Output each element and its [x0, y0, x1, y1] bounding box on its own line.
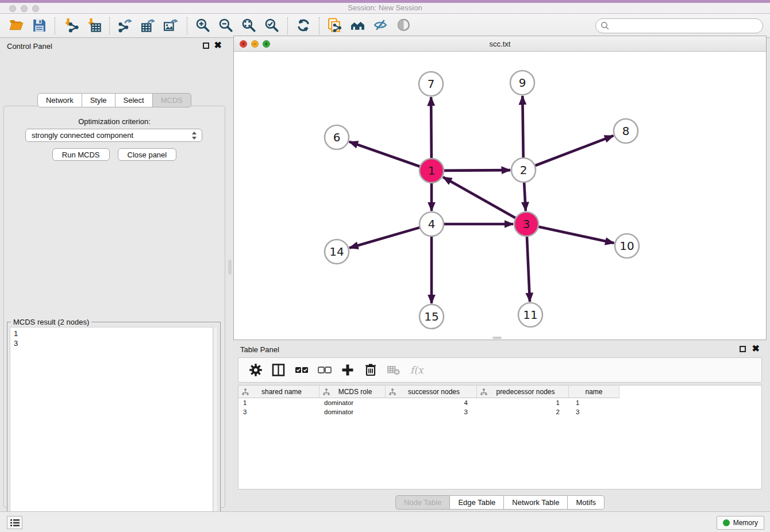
column-label: MCDS role: [333, 388, 372, 396]
node-label-1: 1: [428, 164, 436, 178]
search-icon: [600, 21, 610, 30]
cell[interactable]: 4: [386, 398, 477, 407]
mcds-result-title: MCDS result (2 nodes): [11, 318, 91, 326]
column-header-predecessor-nodes[interactable]: predecessor nodes: [477, 385, 569, 398]
zoom-out-button[interactable]: [214, 16, 237, 36]
edge-2-9[interactable]: [522, 96, 523, 158]
close-panel-button[interactable]: Close panel: [118, 148, 177, 161]
memory-button[interactable]: Memory: [717, 516, 764, 530]
deselect-all-button[interactable]: [314, 360, 335, 380]
mcds-result-textarea[interactable]: 1 3: [10, 327, 213, 532]
table-row[interactable]: 1dominator411: [238, 398, 761, 407]
edge-2-3[interactable]: [524, 182, 526, 211]
zoom-in-button[interactable]: [191, 16, 214, 36]
save-session-icon: [32, 18, 47, 33]
cell[interactable]: 1: [477, 398, 569, 407]
cell[interactable]: dominator: [319, 407, 386, 417]
refresh-layout-button[interactable]: [292, 16, 315, 36]
graphics-details-button[interactable]: [392, 16, 415, 36]
delete-column-icon: [363, 363, 378, 377]
tab-edge-table[interactable]: Edge Table: [450, 495, 504, 510]
export-table-button[interactable]: [137, 16, 160, 36]
column-label: successor nodes: [402, 388, 460, 396]
cell[interactable]: 1: [238, 398, 319, 407]
save-session-button[interactable]: [28, 16, 51, 36]
application-window: Session: New Session Control Panel ✖ Net…: [0, 0, 770, 532]
edge-1-2[interactable]: [444, 170, 510, 171]
node-label-14: 14: [329, 245, 344, 259]
node-label-8: 8: [622, 124, 630, 138]
task-history-button[interactable]: [7, 516, 22, 529]
add-column-button[interactable]: [337, 360, 358, 380]
table-close-icon[interactable]: ✖: [752, 344, 760, 354]
tab-style[interactable]: Style: [82, 93, 116, 107]
node-table-header: shared nameMCDS rolesuccessor nodesprede…: [238, 385, 761, 398]
zoom-selected-button[interactable]: [260, 16, 283, 36]
edge-2-8[interactable]: [535, 136, 614, 165]
column-header-MCDS-role[interactable]: MCDS role: [319, 385, 386, 398]
column-type-icon: [389, 388, 396, 395]
run-mcds-button[interactable]: Run MCDS: [52, 148, 110, 161]
import-table-icon: [86, 18, 102, 33]
tab-network-table[interactable]: Network Table: [504, 495, 568, 510]
hide-selected-button[interactable]: [369, 16, 392, 36]
column-header-shared-name[interactable]: shared name: [238, 385, 319, 398]
toolbar-separator: [55, 17, 55, 34]
settings-gear-icon: [248, 363, 263, 377]
column-header-name[interactable]: name: [569, 385, 619, 398]
network-hscroll-thumb[interactable]: [492, 337, 502, 339]
edge-1-7[interactable]: [431, 97, 432, 159]
clone-network-button[interactable]: [324, 16, 346, 36]
node-label-6: 6: [333, 130, 341, 144]
edge-3-11[interactable]: [527, 236, 530, 302]
toolbar-separator: [287, 17, 288, 34]
table-panel-title: Table Panel: [240, 345, 279, 354]
tab-select[interactable]: Select: [116, 93, 153, 107]
tab-mcds[interactable]: MCDS: [153, 93, 191, 107]
export-image-button[interactable]: [160, 16, 183, 36]
network-window-titlebar[interactable]: × − + scc.txt: [234, 36, 766, 52]
close-panel-icon[interactable]: ✖: [214, 40, 222, 51]
zoom-fit-button[interactable]: [237, 16, 260, 36]
delete-column-button[interactable]: [360, 360, 381, 380]
optimization-criterion-select[interactable]: strongly connected component: [25, 129, 202, 142]
titlebar-accent-strip: [0, 0, 770, 3]
optimization-criterion-label: Optimization criterion:: [0, 117, 229, 126]
session-title: Session: New Session: [0, 3, 770, 12]
open-session-button[interactable]: [5, 16, 28, 36]
node-label-3: 3: [523, 217, 530, 231]
cell[interactable]: 3: [386, 407, 477, 417]
zoom-fit-icon: [241, 18, 257, 33]
import-table-button[interactable]: [82, 16, 105, 36]
export-network-button[interactable]: [114, 16, 137, 36]
tab-network[interactable]: Network: [37, 93, 82, 107]
edge-4-14[interactable]: [349, 228, 420, 248]
toggle-column-button[interactable]: [268, 360, 289, 380]
network-canvas[interactable]: 7968124314101511: [234, 52, 766, 340]
delete-table-icon: [386, 363, 401, 377]
column-header-successor-nodes[interactable]: successor nodes: [386, 385, 477, 398]
mcds-result-scrollbar[interactable]: [213, 327, 218, 532]
panel-splitter-handle[interactable]: [228, 260, 232, 275]
table-row[interactable]: 3dominator323: [238, 407, 761, 417]
cell[interactable]: 2: [477, 407, 569, 417]
edge-3-10[interactable]: [538, 226, 614, 243]
tab-motifs[interactable]: Motifs: [568, 495, 605, 510]
search-input[interactable]: [595, 18, 763, 33]
search-box: [595, 18, 763, 33]
table-float-icon[interactable]: [740, 346, 746, 352]
tab-node-table[interactable]: Node Table: [395, 495, 451, 510]
edge-1-6[interactable]: [349, 142, 420, 167]
column-label: predecessor nodes: [490, 388, 555, 396]
select-all-button[interactable]: [291, 360, 312, 380]
cell[interactable]: dominator: [319, 398, 386, 407]
cell[interactable]: 1: [569, 398, 619, 407]
table-tabs: Node TableEdge TableNetwork TableMotifs: [233, 495, 767, 510]
edge-3-1[interactable]: [443, 177, 516, 218]
cell[interactable]: 3: [569, 407, 619, 417]
import-network-button[interactable]: [59, 16, 82, 36]
float-panel-icon[interactable]: [203, 43, 209, 49]
settings-gear-button[interactable]: [245, 360, 266, 380]
cell[interactable]: 3: [238, 407, 319, 417]
home-network-button[interactable]: [346, 16, 369, 36]
